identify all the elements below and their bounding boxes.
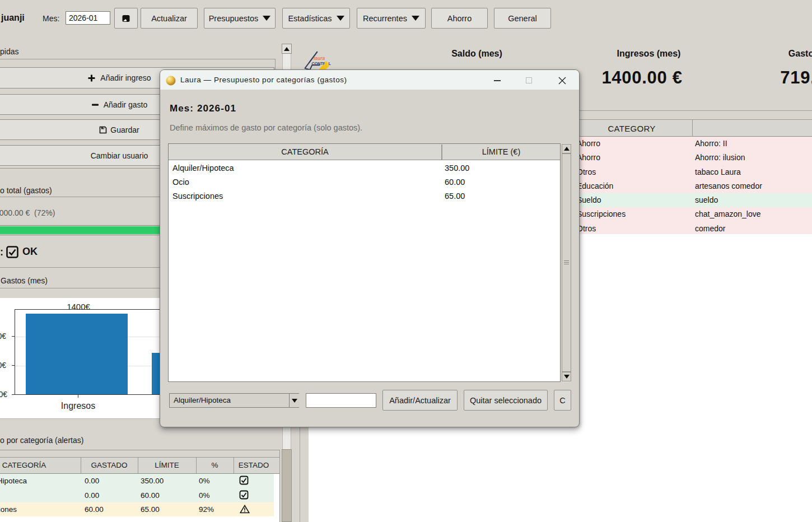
- svg-text:L: L: [329, 61, 332, 66]
- svg-text:CONTR: CONTR: [312, 61, 326, 66]
- svg-text:laura: laura: [314, 55, 325, 61]
